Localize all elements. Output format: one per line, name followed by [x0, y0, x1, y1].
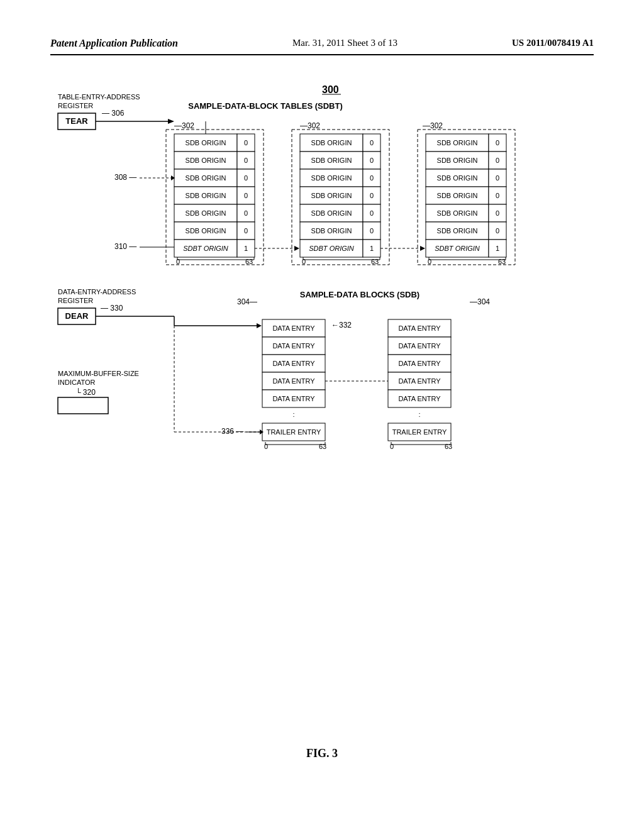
t2-r1-label: SDB ORIGIN [311, 139, 352, 147]
sdb1-r5: DATA ENTRY [272, 395, 315, 402]
svg-marker-47 [420, 246, 425, 251]
diagram-number: 300 [322, 84, 339, 95]
ref-302-1: —302 [174, 121, 194, 130]
t1-r1-val: 0 [244, 139, 248, 147]
ref-336: 336 — [221, 427, 243, 436]
t1-r2-label: SDB ORIGIN [186, 157, 226, 164]
dear-box-label: DEAR [65, 311, 89, 321]
t3-r4-label: SDB ORIGIN [437, 192, 478, 199]
ref-302-2: —302 [300, 121, 320, 130]
page: Patent Application Publication Mar. 31, … [0, 0, 644, 830]
t2-r4-val: 0 [370, 192, 374, 199]
t3-r7-label: SDBT ORIGIN [435, 245, 480, 252]
main-diagram: text { font-family: Arial, sans-serif; }… [52, 80, 592, 741]
sdb2-idx-0: 0 [390, 443, 394, 450]
t1-r5-label: SDB ORIGIN [186, 209, 226, 217]
t2-r6-label: SDB ORIGIN [311, 227, 352, 235]
t1-r2-val: 0 [244, 157, 248, 164]
t2-r2-val: 0 [370, 157, 374, 164]
t2-r7-val: 1 [370, 245, 374, 252]
sdb2-r2: DATA ENTRY [398, 342, 441, 350]
sdb2-dots: : [418, 411, 420, 418]
t1-r7-label: SDBT ORIGIN [183, 245, 228, 252]
header-right: US 2011/0078419 A1 [512, 38, 594, 48]
t3-r5-label: SDB ORIGIN [437, 209, 478, 217]
sdb2-trailer: TRAILER ENTRY [392, 428, 447, 436]
ref-332: ←332 [331, 321, 352, 329]
header-center: Mar. 31, 2011 Sheet 3 of 13 [292, 38, 397, 48]
t3-r3-val: 0 [496, 174, 499, 182]
t1-r6-val: 0 [244, 227, 248, 235]
ref-310: 310 — [114, 242, 136, 251]
ref-304-2: —304 [470, 297, 490, 306]
t2-r4-label: SDB ORIGIN [311, 192, 352, 199]
t1-r4-val: 0 [244, 192, 248, 199]
t1-r6-label: SDB ORIGIN [186, 227, 226, 235]
ref-304-1: 304— [237, 297, 257, 306]
ref-320: └ 320 [75, 388, 96, 397]
t3-r2-label: SDB ORIGIN [437, 157, 478, 164]
t1-r3-val: 0 [244, 174, 248, 182]
sdb1-dots: : [292, 411, 294, 418]
svg-marker-71 [257, 323, 262, 328]
t3-idx-63: 63 [498, 258, 506, 265]
t2-r3-val: 0 [370, 174, 374, 182]
svg-rect-67 [58, 397, 108, 414]
ref-330: — 330 [101, 304, 123, 313]
sdb-title: SAMPLE-DATA BLOCKS (SDB) [300, 290, 419, 299]
figure-label: FIG. 3 [50, 747, 594, 760]
t1-r7-val: 1 [244, 245, 248, 252]
t2-r1-val: 0 [370, 139, 374, 147]
sdb2-r1: DATA ENTRY [398, 324, 441, 332]
max-buf-label2: INDICATOR [58, 379, 96, 386]
ref-308: 308 — [114, 173, 136, 182]
sdb1-r2: DATA ENTRY [272, 342, 315, 350]
max-buf-label1: MAXIMUM-BUFFER-SIZE [58, 370, 139, 377]
sdb1-r4: DATA ENTRY [272, 377, 315, 385]
t3-r1-label: SDB ORIGIN [437, 139, 478, 147]
page-header: Patent Application Publication Mar. 31, … [50, 38, 594, 55]
sdb1-r3: DATA ENTRY [272, 360, 315, 367]
sdb1-idx-0: 0 [264, 443, 268, 450]
sdb2-r5: DATA ENTRY [398, 395, 441, 402]
sdb1-trailer: TRAILER ENTRY [267, 428, 321, 436]
t1-r4-label: SDB ORIGIN [186, 192, 226, 199]
dear-register-label2: REGISTER [58, 297, 93, 304]
ref-302-3: —302 [423, 121, 443, 130]
sdbt-title: SAMPLE-DATA-BLOCK TABLES (SDBT) [188, 101, 343, 111]
t2-r7-label: SDBT ORIGIN [309, 245, 354, 252]
t2-idx-63: 63 [371, 258, 379, 265]
tear-register-label1: TABLE-ENTRY-ADDRESS [58, 93, 140, 101]
t1-r5-val: 0 [244, 209, 248, 217]
sdb1-r1: DATA ENTRY [272, 324, 315, 332]
sdb2-r3: DATA ENTRY [398, 360, 441, 367]
ref-306: — 306 [102, 109, 125, 118]
t1-idx-0: 0 [176, 258, 180, 265]
svg-marker-26 [294, 246, 299, 251]
t3-r6-val: 0 [496, 227, 499, 235]
tear-box-label: TEAR [65, 116, 88, 126]
t1-r1-label: SDB ORIGIN [186, 139, 226, 147]
t2-r5-val: 0 [370, 209, 374, 217]
t3-r4-val: 0 [496, 192, 499, 199]
t2-r5-label: SDB ORIGIN [311, 209, 352, 217]
t2-r3-label: SDB ORIGIN [311, 174, 352, 182]
diagram-svg: text { font-family: Arial, sans-serif; }… [52, 80, 592, 741]
t2-r6-val: 0 [370, 227, 374, 235]
t3-r7-val: 1 [496, 245, 499, 252]
t3-r3-label: SDB ORIGIN [437, 174, 478, 182]
header-left: Patent Application Publication [50, 38, 178, 49]
t3-idx-0: 0 [428, 258, 431, 265]
t1-idx-63: 63 [245, 258, 253, 265]
tear-register-label2: REGISTER [58, 102, 93, 109]
t2-r2-label: SDB ORIGIN [311, 157, 352, 164]
svg-marker-3 [168, 119, 174, 124]
t3-r6-label: SDB ORIGIN [437, 227, 478, 235]
t3-r5-val: 0 [496, 209, 499, 217]
t1-r3-label: SDB ORIGIN [186, 174, 226, 182]
t3-r1-val: 0 [496, 139, 499, 147]
t2-idx-0: 0 [302, 258, 306, 265]
sdb2-r4: DATA ENTRY [398, 377, 441, 385]
t3-r2-val: 0 [496, 157, 499, 164]
dear-register-label1: DATA-ENTRY-ADDRESS [58, 288, 136, 296]
